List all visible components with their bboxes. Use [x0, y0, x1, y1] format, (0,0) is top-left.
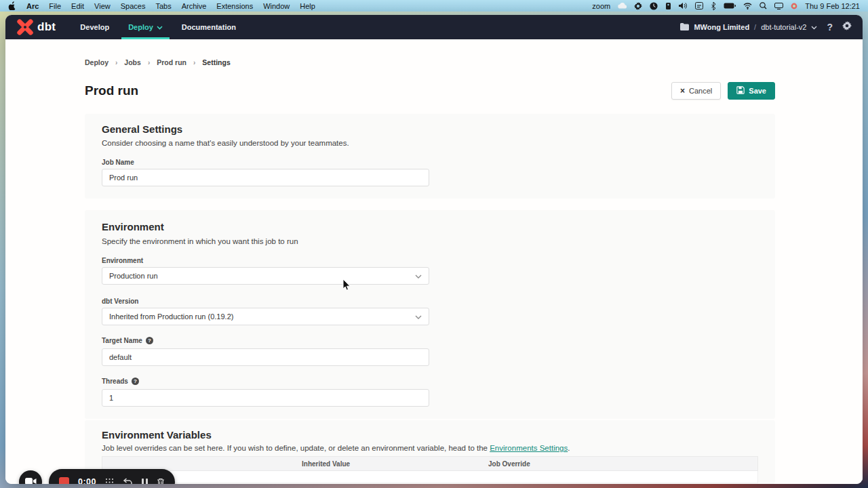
cancel-button[interactable]: × Cancel [671, 82, 721, 100]
close-icon: × [680, 86, 685, 96]
battery-icon[interactable] [724, 3, 736, 9]
nav-documentation-label: Documentation [182, 23, 236, 31]
display-mirroring-icon[interactable] [774, 3, 783, 9]
menu-help[interactable]: Help [300, 2, 315, 10]
save-label: Save [749, 87, 766, 95]
recorder-toolbar: 0:00 [49, 469, 175, 484]
gear-status-icon[interactable] [634, 2, 642, 10]
breadcrumb-settings[interactable]: Settings [202, 58, 230, 66]
bluetooth-icon[interactable] [711, 2, 716, 10]
nav-develop[interactable]: Develop [73, 15, 116, 39]
nav-deploy[interactable]: Deploy [121, 15, 170, 39]
recording-timer: 0:00 [78, 477, 96, 484]
env-vars-desc-text: Job level overrides can be set here. If … [102, 444, 490, 452]
dbt-version-select-value: Inherited from Production run (0.19.2) [109, 312, 233, 321]
job-name-input[interactable] [102, 169, 429, 186]
wifi-icon[interactable] [743, 3, 752, 9]
environment-select[interactable]: Production run [102, 267, 429, 285]
chevron-down-icon [415, 312, 422, 321]
breadcrumb-jobs[interactable]: Jobs [124, 58, 141, 66]
battery-app-icon[interactable] [665, 2, 671, 10]
menu-spaces[interactable]: Spaces [121, 2, 146, 10]
job-name-label: Job Name [102, 159, 134, 166]
environments-settings-link[interactable]: Environments Settings [490, 444, 568, 452]
target-name-label: Target Name [102, 337, 153, 344]
drag-handle-icon[interactable] [105, 478, 114, 485]
video-camera-icon [25, 476, 37, 484]
threads-input[interactable] [102, 389, 429, 407]
environment-heading: Environment [102, 221, 164, 232]
apple-menu-icon[interactable] [8, 1, 16, 10]
spotlight-search-icon[interactable] [760, 2, 767, 9]
environment-label: Environment [102, 257, 143, 264]
menu-file[interactable]: File [49, 2, 61, 10]
menu-tabs[interactable]: Tabs [155, 2, 171, 10]
menu-archive[interactable]: Archive [182, 2, 207, 10]
account-switcher[interactable]: MWong Limited / dbt-tutorial-v2 [680, 23, 817, 32]
environment-section: Environment Specify the environment in w… [85, 210, 775, 419]
restart-recording-icon[interactable] [123, 478, 133, 484]
cloud-status-icon[interactable] [618, 3, 627, 9]
environment-description: Specify the environment in which you wan… [102, 237, 298, 245]
general-settings-heading: General Settings [102, 123, 182, 135]
breadcrumb-separator: › [115, 59, 117, 66]
volume-icon[interactable] [679, 2, 688, 9]
calendar-status-icon[interactable] [695, 2, 703, 9]
stop-recording-button[interactable] [59, 477, 69, 485]
environment-variables-section: Environment Variables Job level override… [85, 420, 775, 484]
env-vars-table-header: Inherited Value Job Override [102, 456, 758, 471]
cancel-label: Cancel [689, 87, 712, 95]
page-title: Prod run [85, 83, 138, 98]
breadcrumb-deploy[interactable]: Deploy [85, 58, 108, 66]
dbt-version-select[interactable]: Inherited from Production run (0.19.2) [102, 308, 429, 325]
general-settings-description: Consider choosing a name that's easily u… [102, 139, 349, 147]
nav-deploy-label: Deploy [128, 23, 153, 31]
breadcrumb: Deploy › Jobs › Prod run › Settings [85, 58, 231, 66]
menu-arc[interactable]: Arc [26, 2, 39, 10]
breadcrumb-separator: › [148, 59, 150, 66]
menu-window[interactable]: Window [263, 2, 290, 10]
nav-develop-label: Develop [80, 23, 109, 31]
env-vars-table-row [102, 471, 758, 483]
menu-extensions[interactable]: Extensions [216, 2, 253, 10]
browser-window: dbt Develop Deploy Documentation MWong L… [5, 15, 863, 484]
project-name: dbt-tutorial-v2 [761, 23, 806, 31]
chevron-down-icon [811, 23, 817, 31]
pause-recording-icon[interactable] [142, 479, 148, 485]
macos-menubar: Arc File Edit View Spaces Tabs Archive E… [0, 0, 868, 12]
folder-icon [680, 23, 689, 32]
save-button[interactable]: Save [728, 82, 775, 100]
target-name-input[interactable] [102, 348, 429, 366]
save-floppy-icon [736, 86, 745, 96]
recorder-camera-button[interactable] [19, 470, 42, 484]
menu-view[interactable]: View [94, 2, 111, 10]
general-settings-section: General Settings Consider choosing a nam… [85, 114, 775, 199]
settings-page: Deploy › Jobs › Prod run › Settings Prod… [5, 39, 863, 484]
zoom-menu-label[interactable]: zoom [592, 2, 610, 10]
brand-name: dbt [37, 20, 56, 34]
dbt-logo[interactable]: dbt [16, 18, 56, 36]
nav-documentation[interactable]: Documentation [175, 15, 243, 39]
breadcrumb-separator: › [193, 59, 195, 66]
delete-recording-icon[interactable] [157, 478, 165, 485]
menu-edit[interactable]: Edit [71, 2, 84, 10]
menubar-clock[interactable]: Thu 9 Feb 12:21 [805, 2, 860, 10]
threads-label: Threads [102, 378, 139, 385]
chevron-down-icon [157, 23, 163, 31]
settings-gear-icon[interactable] [842, 21, 852, 33]
chevron-down-icon [415, 272, 422, 280]
dbt-version-label: dbt Version [102, 298, 138, 305]
environment-select-value: Production run [109, 272, 158, 280]
target-name-help-icon[interactable] [146, 337, 153, 344]
org-project-separator: / [754, 23, 756, 31]
help-button[interactable]: ? [827, 22, 833, 33]
org-name: MWong Limited [694, 23, 749, 31]
threads-help-icon[interactable] [132, 378, 139, 385]
env-vars-desc-period: . [568, 444, 570, 452]
breadcrumb-prod-run[interactable]: Prod run [157, 58, 186, 66]
clock-status-icon[interactable] [650, 2, 658, 10]
column-inherited-value: Inherited Value [302, 460, 350, 468]
screen-recording-indicator-icon[interactable] [791, 3, 797, 9]
column-job-override: Job Override [488, 460, 530, 468]
environment-variables-description: Job level overrides can be set here. If … [102, 444, 570, 452]
